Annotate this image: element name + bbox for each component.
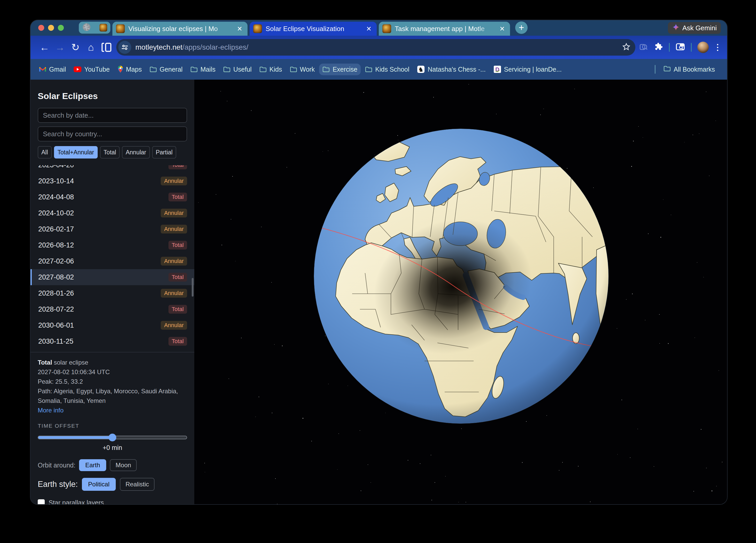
star-parallax-checkbox[interactable] xyxy=(38,499,45,504)
bookmark-label: Work xyxy=(300,66,315,73)
close-tab-icon[interactable]: ✕ xyxy=(365,25,373,33)
extensions-puzzle-icon[interactable] xyxy=(654,42,663,52)
bookmark-label: General xyxy=(160,66,183,73)
style-realistic-button[interactable]: Realistic xyxy=(120,478,155,491)
eclipse-list-item[interactable]: 2028-07-22Total xyxy=(30,301,194,317)
folder-icon xyxy=(190,66,198,72)
bookmark-item[interactable]: Exercise xyxy=(319,64,361,75)
filter-button-total[interactable]: Total xyxy=(100,146,120,158)
page-title: Solar Eclipses xyxy=(38,91,187,101)
browser-tab[interactable]: Solar Eclipse Visualization✕ xyxy=(250,22,377,36)
eclipse-list-item[interactable]: 2028-01-26Annular xyxy=(30,285,194,301)
eclipse-list-item[interactable]: 2024-10-02Annular xyxy=(30,205,194,221)
folder-icon xyxy=(664,65,671,73)
filter-button-annular[interactable]: Annular xyxy=(122,146,150,158)
close-tab-icon[interactable]: ✕ xyxy=(498,25,506,33)
eclipse-list-item[interactable]: 2023-04-20Total xyxy=(30,165,194,173)
menu-kebab-icon[interactable] xyxy=(714,44,721,51)
eclipse-list-item[interactable]: 2026-02-17Annular xyxy=(30,221,194,237)
lens-search-icon[interactable] xyxy=(639,42,648,52)
tab-search-icon[interactable] xyxy=(675,42,685,53)
time-offset-slider[interactable] xyxy=(38,434,187,441)
bookmarks-separator xyxy=(655,65,655,74)
bookmark-item[interactable]: Kids School xyxy=(362,64,413,75)
side-panel-icon[interactable] xyxy=(99,42,114,52)
gemini-icon xyxy=(672,23,680,33)
forward-icon[interactable]: → xyxy=(52,42,68,52)
folder-icon xyxy=(150,66,157,72)
filter-button-partial[interactable]: Partial xyxy=(152,146,176,158)
bookmark-item[interactable]: YouTube xyxy=(70,64,113,75)
slider-thumb[interactable] xyxy=(109,434,116,441)
bookmark-item[interactable]: Gmail xyxy=(36,64,69,75)
chess-icon: ♞ xyxy=(417,65,425,73)
url-text[interactable]: motleytech.net/apps/solar-eclipses/ xyxy=(135,43,618,51)
home-icon[interactable]: ⌂ xyxy=(83,42,99,52)
orbit-controls: Orbit around: Earth Moon xyxy=(38,459,187,471)
bookmark-item[interactable]: Mails xyxy=(187,64,219,75)
eclipse-type-badge: Annular xyxy=(161,321,187,330)
minimize-window-button[interactable] xyxy=(48,25,54,31)
eclipse-type-badge: Total xyxy=(168,273,187,282)
profile-avatar[interactable] xyxy=(697,42,709,53)
bookmark-label: Gmail xyxy=(49,66,66,73)
orbit-earth-button[interactable]: Earth xyxy=(79,459,106,471)
site-favicon xyxy=(116,24,125,33)
filter-button-all[interactable]: All xyxy=(38,146,52,158)
eclipse-type-badge: Annular xyxy=(161,176,187,185)
bookmark-item[interactable]: DServicing | loanDe... xyxy=(490,63,565,75)
reload-icon[interactable]: ↻ xyxy=(68,42,83,52)
eclipse-list-item[interactable]: 2027-02-06Annular xyxy=(30,253,194,269)
zoom-window-button[interactable] xyxy=(58,25,64,31)
folder-icon xyxy=(322,66,330,72)
traffic-lights xyxy=(38,25,64,31)
tab-group-collapsed[interactable] xyxy=(79,22,110,34)
folder-icon xyxy=(259,66,267,72)
bookmark-label: Mails xyxy=(200,66,215,73)
bookmark-item[interactable]: Maps xyxy=(114,63,145,75)
bookmark-item[interactable]: Kids xyxy=(256,64,286,75)
globe-viewport[interactable] xyxy=(194,80,727,504)
close-tab-icon[interactable]: ✕ xyxy=(236,25,243,33)
eclipse-list-item[interactable]: 2030-06-01Annular xyxy=(30,317,194,333)
bookmark-label: YouTube xyxy=(84,66,110,73)
style-political-button[interactable]: Political xyxy=(82,478,116,491)
list-scrollbar[interactable] xyxy=(192,278,194,297)
bookmark-item[interactable]: Work xyxy=(287,64,318,75)
eclipse-type-badge: Annular xyxy=(161,289,187,298)
globe-icon xyxy=(82,22,91,33)
tab-title: Visualizing solar eclipses | Mo xyxy=(128,25,232,33)
ask-gemini-button[interactable]: Ask Gemini xyxy=(668,22,721,34)
bookmark-item[interactable]: ♞Natasha's Chess -... xyxy=(414,63,489,75)
filter-button-total-annular[interactable]: Total+Annular xyxy=(54,146,98,158)
bookmark-label: Maps xyxy=(126,66,142,73)
close-window-button[interactable] xyxy=(38,25,44,31)
site-settings-icon[interactable] xyxy=(118,41,131,54)
all-bookmarks-button[interactable]: All Bookmarks xyxy=(660,63,718,75)
browser-tab[interactable]: Visualizing solar eclipses | Mo✕ xyxy=(112,22,248,36)
svg-text:♞: ♞ xyxy=(418,66,424,73)
bookmark-star-icon[interactable] xyxy=(622,42,631,52)
back-icon[interactable]: ← xyxy=(37,42,52,52)
address-bar[interactable]: motleytech.net/apps/solar-eclipses/ xyxy=(116,39,635,56)
eclipse-path: Path: Algeria, Egypt, Libya, Morocco, Sa… xyxy=(38,386,187,406)
page-content: Solar Eclipses AllTotal+AnnularTotalAnnu… xyxy=(30,80,727,504)
eclipse-list-item[interactable]: 2026-08-12Total xyxy=(30,237,194,253)
search-country-input[interactable] xyxy=(38,126,187,141)
eclipse-list-item[interactable]: 2023-10-14Annular xyxy=(30,173,194,189)
earth-globe[interactable] xyxy=(313,128,609,424)
search-date-input[interactable] xyxy=(38,108,187,123)
eclipse-sidebar: Solar Eclipses AllTotal+AnnularTotalAnnu… xyxy=(30,80,194,504)
bookmark-item[interactable]: Useful xyxy=(220,64,255,75)
bookmark-item[interactable]: General xyxy=(146,64,186,75)
new-tab-button[interactable]: + xyxy=(515,21,528,34)
browser-tab[interactable]: Task management app | Motle✕ xyxy=(379,22,510,36)
more-info-link[interactable]: More info xyxy=(38,406,187,415)
eclipse-date: 2026-02-17 xyxy=(38,225,74,233)
orbit-moon-button[interactable]: Moon xyxy=(110,459,137,471)
eclipse-list-item[interactable]: 2027-08-02Total xyxy=(30,269,194,285)
eclipse-list-item[interactable]: 2024-04-08Total xyxy=(30,189,194,205)
eclipse-list-item[interactable]: 2030-11-25Total xyxy=(30,333,194,349)
all-bookmarks-label: All Bookmarks xyxy=(674,66,715,73)
eclipse-date: 2023-04-20 xyxy=(38,165,74,169)
